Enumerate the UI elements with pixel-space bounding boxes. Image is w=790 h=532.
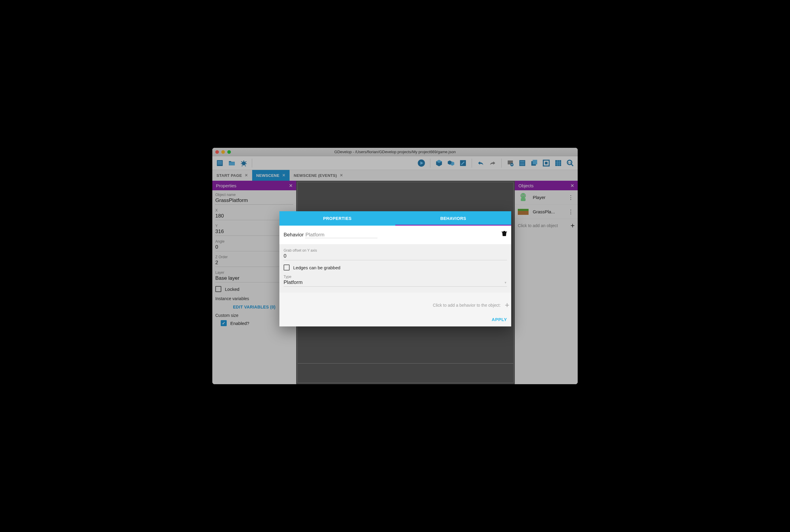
- ledges-checkbox[interactable]: [283, 265, 290, 270]
- type-select[interactable]: Platform▼: [283, 280, 507, 287]
- behavior-name-field[interactable]: Platform: [306, 232, 377, 238]
- chevron-down-icon: ▼: [504, 281, 507, 284]
- app-window: GDevelop - /Users/florian/GDevelop proje…: [212, 148, 578, 384]
- dialog-tabs: PROPERTIES BEHAVIORS: [279, 211, 511, 226]
- tab-properties[interactable]: PROPERTIES: [279, 211, 395, 226]
- ledges-label: Ledges can be grabbed: [293, 265, 341, 270]
- plus-icon: +: [505, 300, 509, 310]
- type-label: Type: [283, 275, 507, 279]
- tab-behaviors[interactable]: BEHAVIORS: [395, 211, 511, 226]
- grab-offset-field[interactable]: 0: [283, 253, 507, 260]
- type-value: Platform: [283, 280, 302, 285]
- add-behavior-row[interactable]: Click to add a behavior to the object: +: [279, 292, 511, 313]
- behavior-label: Behavior: [283, 232, 304, 238]
- trash-icon[interactable]: [502, 230, 507, 238]
- object-editor-dialog: PROPERTIES BEHAVIORS Behavior Platform G…: [279, 211, 511, 326]
- add-behavior-label: Click to add a behavior to the object:: [433, 303, 500, 308]
- apply-button[interactable]: APPLY: [492, 317, 507, 322]
- grab-offset-label: Grab offset on Y axis: [283, 248, 507, 252]
